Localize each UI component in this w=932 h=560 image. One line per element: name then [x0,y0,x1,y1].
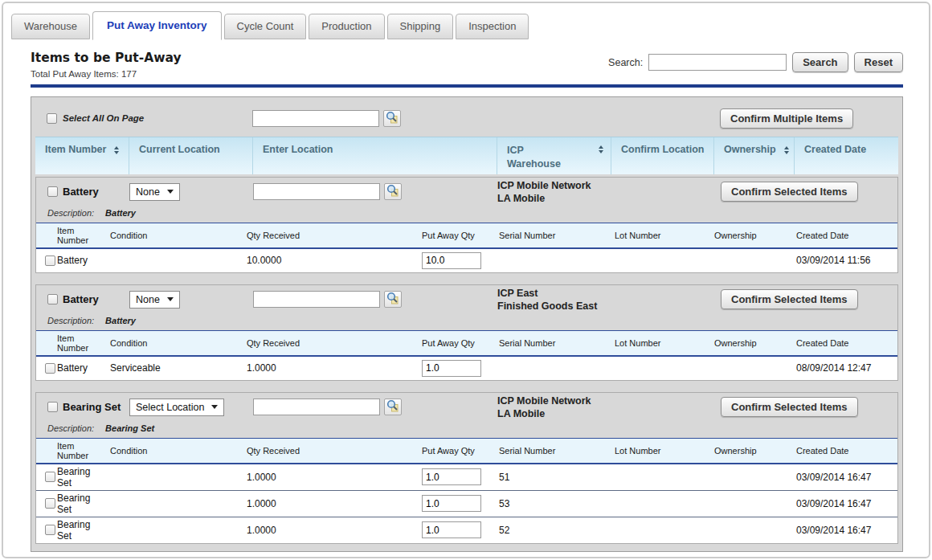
tab-warehouse[interactable]: Warehouse [11,14,90,39]
table-row: Battery 10.0000 03/09/2014 11:56 [36,249,897,272]
column-header-current-location: Current Location [129,137,252,174]
tab-inspection[interactable]: Inspection [456,14,529,39]
group-item-number: Battery [63,293,99,305]
main-table-header: Item Number Current Location Enter Locat… [35,137,898,174]
enter-location-input[interactable] [253,183,380,200]
column-header-icp-warehouse: ICP Warehouse [497,137,611,174]
group-description: Description:Battery [36,314,897,330]
row-ownership [714,502,796,505]
warehouse-name: ICP East Finished Goods East [497,287,714,313]
global-location-lookup-button[interactable] [383,110,401,127]
app-window: Warehouse Put Away Inventory Cycle Count… [2,2,930,558]
location-lookup-button[interactable] [384,399,402,415]
row-condition [110,502,247,505]
group-description: Description:Battery [36,206,897,223]
confirm-selected-items-button[interactable]: Confirm Selected Items [721,397,858,417]
global-location-input[interactable] [252,110,379,127]
put-away-qty-input[interactable] [422,360,481,377]
group-checkbox[interactable] [47,186,58,197]
search-input[interactable] [648,54,787,71]
row-item-number: Bearing Set [57,491,110,517]
tab-production[interactable]: Production [309,14,384,39]
sub-table-header: Item Number Condition Qty Received Put A… [36,330,897,357]
row-qty-received: 1.0000 [247,470,422,484]
row-item-number: Bearing Set [57,464,110,490]
table-row: Battery Serviceable 1.0000 08/09/2014 12… [36,357,897,380]
row-qty-received: 1.0000 [247,497,422,511]
row-ownership [714,366,796,370]
row-serial-number: 53 [499,497,615,511]
enter-location-input[interactable] [253,399,380,415]
row-created-date: 03/09/2014 16:47 [796,470,897,484]
row-condition [110,529,247,532]
row-qty-received: 1.0000 [247,523,422,538]
confirm-selected-items-button[interactable]: Confirm Selected Items [721,289,858,309]
table-row: Bearing Set 1.0000 51 03/09/2014 16:47 [36,464,897,490]
magnifier-icon [386,184,399,199]
page-title: Items to be Put-Away [31,51,182,65]
row-checkbox[interactable] [45,525,55,535]
column-header-confirm-location: Confirm Location [611,137,713,174]
location-lookup-button[interactable] [384,183,402,200]
row-checkbox[interactable] [45,498,55,509]
row-lot-number [615,502,714,505]
put-away-qty-input[interactable] [422,495,481,512]
group-item-number: Bearing Set [63,401,121,413]
row-checkbox[interactable] [45,472,55,482]
row-item-number: Battery [57,361,110,375]
search-label: Search: [608,57,643,68]
row-condition [110,476,247,479]
current-location-select[interactable]: Select Location [129,399,224,416]
chevron-down-icon [167,297,174,301]
enter-location-input[interactable] [253,291,380,308]
row-serial-number [499,259,615,262]
tab-shipping[interactable]: Shipping [387,14,454,39]
row-lot-number [615,366,714,370]
total-put-away-items: Total Put Away Items: 177 [31,69,182,79]
column-header-enter-location: Enter Location [252,137,497,174]
confirm-multiple-items-button[interactable]: Confirm Multiple Items [720,108,853,129]
row-qty-received: 1.0000 [247,361,422,375]
current-location-select[interactable]: None [129,291,180,309]
current-location-select[interactable]: None [129,183,180,201]
row-created-date: 03/09/2014 11:56 [796,253,897,268]
sort-icon[interactable] [114,146,119,154]
column-header-created-date: Created Date [794,137,898,174]
put-away-qty-input[interactable] [422,468,481,485]
put-away-qty-input[interactable] [422,521,481,538]
row-serial-number: 52 [499,523,615,538]
group-checkbox[interactable] [47,402,58,412]
reset-button[interactable]: Reset [854,52,903,72]
put-away-group: Battery None [35,284,898,381]
row-serial-number: 51 [499,470,615,484]
sort-icon[interactable] [784,146,789,154]
put-away-group: Bearing Set Select Location [35,392,898,544]
row-checkbox[interactable] [45,363,55,374]
chevron-down-icon [167,190,174,194]
select-all-label: Select All On Page [63,113,144,123]
row-checkbox[interactable] [45,255,55,266]
magnifier-icon [386,111,399,126]
row-item-number: Battery [57,253,110,268]
row-condition: Serviceable [110,361,247,375]
row-created-date: 08/09/2014 12:47 [796,361,897,375]
magnifier-icon [386,292,399,307]
group-checkbox[interactable] [47,294,58,305]
put-away-group: Battery None [35,177,898,273]
title-divider [31,84,903,88]
sort-icon[interactable] [599,145,603,153]
confirm-selected-items-button[interactable]: Confirm Selected Items [721,182,858,202]
select-all-checkbox[interactable] [47,113,57,124]
sub-table-header: Item Number Condition Qty Received Put A… [36,223,897,249]
location-lookup-button[interactable] [384,291,402,308]
put-away-qty-input[interactable] [422,252,481,269]
row-serial-number [499,366,615,370]
table-row: Bearing Set 1.0000 53 03/09/2014 16:47 [36,490,897,517]
tab-put-away-inventory[interactable]: Put Away Inventory [92,11,222,40]
warehouse-name: ICP Mobile Network LA Mobile [497,179,714,206]
row-condition [110,259,247,262]
tab-cycle-count[interactable]: Cycle Count [224,14,307,39]
row-ownership [714,259,796,262]
search-button[interactable]: Search [792,52,848,72]
sub-table-header: Item Number Condition Qty Received Put A… [36,438,897,464]
